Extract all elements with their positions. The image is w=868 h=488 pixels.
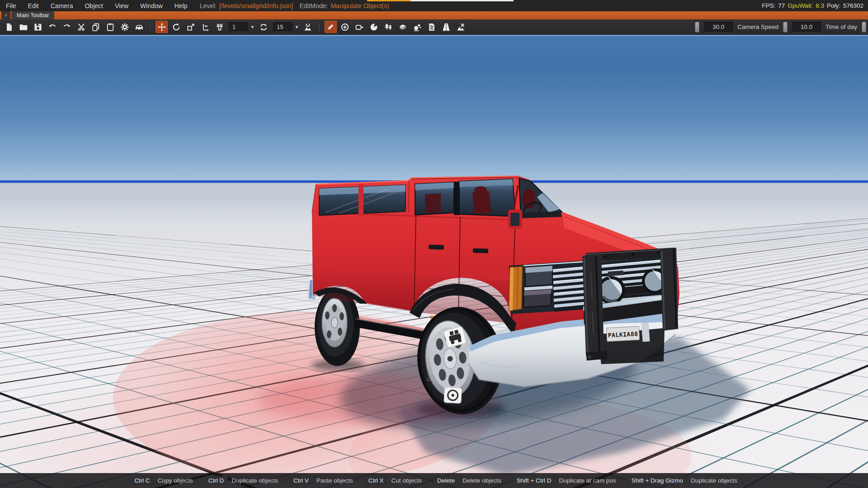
- poly-label: Poly:: [827, 2, 840, 9]
- rotation-snap-angle-value[interactable]: 15: [273, 22, 292, 32]
- edit-sphere-button[interactable]: [368, 21, 380, 33]
- time-of-day-slider[interactable]: [783, 22, 788, 33]
- copy-button[interactable]: [90, 21, 102, 33]
- paste-icon: [106, 23, 115, 32]
- plate-bracket: [642, 322, 650, 342]
- shortcut-hint: Shift + Ctrl DDuplicate at cam pos: [513, 476, 616, 485]
- toolbar-buttons: 1▼15▼: [0, 21, 467, 33]
- save-level-button[interactable]: [32, 21, 44, 33]
- menu-window[interactable]: Window: [134, 2, 169, 9]
- menu-help[interactable]: Help: [169, 2, 193, 9]
- grid-snap-size-dropdown[interactable]: 1▼: [229, 22, 255, 32]
- shortcut-key: Ctrl C: [131, 476, 154, 485]
- camera-speed-input[interactable]: 30.0: [704, 22, 733, 33]
- undo-button[interactable]: [46, 21, 58, 33]
- open-level-button[interactable]: [17, 21, 29, 33]
- vehicle-button[interactable]: [133, 21, 145, 33]
- fps-value: 77: [778, 2, 785, 9]
- redo-button[interactable]: [61, 21, 73, 33]
- menu-object[interactable]: Object: [79, 2, 108, 9]
- shortcut-hint: Ctrl XCut objects: [365, 476, 422, 485]
- collapse-toolbar-icon[interactable]: ▼: [1, 11, 10, 19]
- front-door-window: [459, 179, 515, 216]
- gizmo-scale-button[interactable]: [184, 21, 197, 33]
- license-plate: PALKIA88: [606, 326, 639, 342]
- menu-camera[interactable]: Camera: [45, 2, 79, 9]
- time-of-day-input[interactable]: 10.0: [792, 22, 821, 33]
- cap-window: [319, 184, 406, 216]
- redo-icon: [62, 23, 71, 32]
- shortcut-hint: Shift + Drag GizmoDuplicate objects: [628, 476, 737, 485]
- camera-speed-slider[interactable]: [695, 22, 699, 33]
- fps-label: FPS:: [762, 2, 775, 9]
- tab-main-toolbar[interactable]: Main Toolbar: [11, 11, 54, 19]
- paste-button[interactable]: [104, 21, 116, 33]
- forest-editor-icon: [384, 23, 393, 32]
- status-bar: Ctrl CCopy objectsCtrl DDuplicate object…: [0, 473, 868, 488]
- snap-rotation-button[interactable]: [258, 21, 270, 33]
- snap-to-grid-button[interactable]: [213, 21, 226, 33]
- shortcut-key: Ctrl D: [205, 476, 228, 485]
- menu-bar: FileEditCameraObjectViewWindowHelp Level…: [0, 0, 868, 11]
- edit-objects-icon: [326, 23, 335, 32]
- toolbar-separator: [150, 22, 151, 33]
- decal-road-editor-icon: [442, 23, 451, 32]
- headlight-lower: [524, 289, 552, 307]
- turn-signal: [509, 266, 523, 311]
- snap-to-terrain-button[interactable]: [302, 21, 314, 33]
- cut-button[interactable]: [75, 21, 87, 33]
- new-file-button[interactable]: [3, 21, 15, 33]
- mesh-decal-icon: [398, 23, 407, 32]
- menu-view[interactable]: View: [109, 2, 134, 9]
- viewport-3d[interactable]: GRIP-ALL: [0, 34, 868, 488]
- toolbar-separator: [319, 22, 320, 33]
- toolbar-right-controls: 30.0 Camera Speed 10.0 Time of day: [695, 22, 868, 33]
- edit-objects-button[interactable]: [325, 21, 337, 33]
- shortcut-key: Delete: [434, 476, 458, 485]
- time-of-day-label: Time of day: [826, 23, 857, 30]
- transform-space-icon: [201, 23, 210, 32]
- gizmo-rotate-icon: [172, 23, 181, 32]
- gizmo-translate-icon: [157, 23, 166, 32]
- chevron-down-icon[interactable]: ▼: [295, 25, 299, 29]
- door-handle-front: [473, 248, 488, 253]
- mesh-decal-button[interactable]: [397, 21, 409, 33]
- particle-editor-icon: [413, 23, 422, 32]
- shortcut-desc: Duplicate at cam pos: [559, 477, 616, 484]
- menu-file[interactable]: File: [0, 2, 22, 9]
- shortcut-key: Ctrl X: [365, 476, 387, 485]
- snap-to-grid-icon: [215, 23, 224, 32]
- gizmo-translate-button[interactable]: [156, 21, 168, 33]
- editmode-value[interactable]: Manipulate Object(s): [330, 2, 389, 9]
- grid-snap-size-value[interactable]: 1: [229, 22, 248, 32]
- river-editor-button[interactable]: [426, 21, 438, 33]
- shortcut-hint: Ctrl DDuplicate objects: [205, 476, 278, 485]
- toolbar-ribbon: ▼ Main Toolbar: [0, 11, 868, 19]
- transform-space-button[interactable]: [199, 21, 211, 33]
- copy-icon: [91, 23, 100, 32]
- right-edge-slider[interactable]: [862, 22, 866, 33]
- level-label: Level:: [200, 2, 217, 9]
- forest-editor-button[interactable]: [382, 21, 395, 33]
- decal-road-editor-button[interactable]: [440, 21, 453, 33]
- editmode-label: EditMode:: [299, 2, 328, 9]
- shortcut-desc: Duplicate objects: [231, 477, 278, 484]
- terrain-editor-button[interactable]: [455, 21, 467, 33]
- shortcut-desc: Cut objects: [392, 477, 422, 484]
- menu-items: FileEditCameraObjectViewWindowHelp: [0, 2, 193, 9]
- edit-path-button[interactable]: [354, 21, 366, 33]
- level-path[interactable]: [/levels/smallgrid/info.json]: [219, 2, 293, 9]
- river-editor-icon: [427, 23, 436, 32]
- new-file-icon: [5, 23, 14, 32]
- gpuwait-value: 8.3: [816, 2, 824, 9]
- b-pillar: [454, 182, 459, 215]
- gizmo-rotate-button[interactable]: [170, 21, 182, 33]
- add-object-button[interactable]: [339, 21, 351, 33]
- titlebar-strip-white: [410, 0, 514, 1]
- terrain-editor-icon: [456, 23, 465, 32]
- chevron-down-icon[interactable]: ▼: [250, 25, 255, 29]
- settings-button[interactable]: [118, 21, 131, 33]
- menu-edit[interactable]: Edit: [22, 2, 45, 9]
- particle-editor-button[interactable]: [411, 21, 424, 33]
- rotation-snap-angle-dropdown[interactable]: 15▼: [273, 22, 299, 32]
